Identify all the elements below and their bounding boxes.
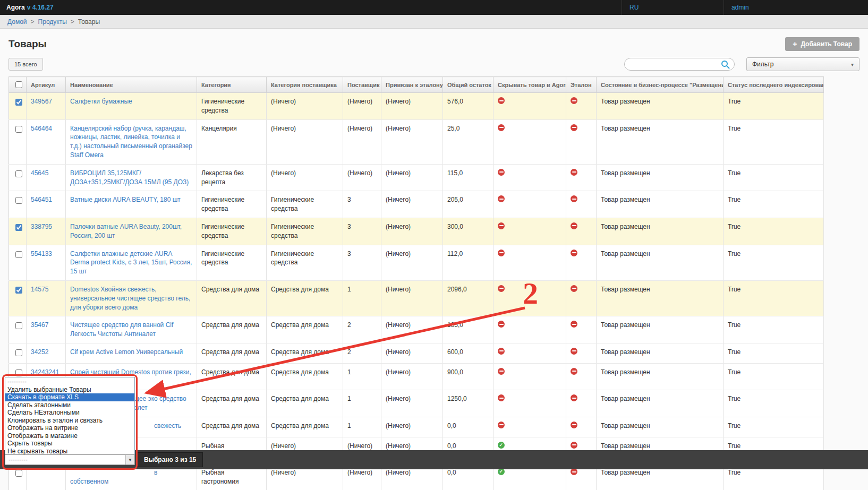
language-selector[interactable]: RU <box>622 0 724 15</box>
product-name-link[interactable]: Канцелярский набор (ручка, карандаш, нож… <box>70 125 192 159</box>
dropdown-option[interactable]: Отображать на витрине <box>5 424 134 432</box>
article-link[interactable]: 35467 <box>31 321 48 329</box>
breadcrumb-home[interactable]: Домой <box>7 18 27 25</box>
cell-total-stock: 2096,0 <box>443 280 493 316</box>
cell-supplier: 2 <box>343 316 381 343</box>
total-count-button[interactable]: 15 всего <box>8 58 43 71</box>
breadcrumb-products[interactable]: Продукты <box>38 18 67 25</box>
article-link[interactable]: 546451 <box>31 196 52 203</box>
cell-hide-in-agora <box>493 417 566 437</box>
app-logo[interactable]: Agora <box>6 4 25 11</box>
filter-dropdown[interactable]: Фильтр ▾ <box>746 57 860 71</box>
cell-supplier: 1 <box>343 390 381 417</box>
block-icon <box>571 97 577 104</box>
select-all-checkbox[interactable] <box>15 81 22 88</box>
column-header-category[interactable]: Категория <box>197 77 267 93</box>
cell-hide-in-agora <box>493 390 566 417</box>
dropdown-option[interactable]: --------- <box>5 378 134 386</box>
product-name-link[interactable]: Cif крем Active Lemon Универсальный <box>70 348 183 356</box>
dropdown-option[interactable]: Клонировать в эталон и связать <box>5 417 134 425</box>
article-link[interactable]: 349567 <box>31 98 52 105</box>
cell-name: Палочки ватные AURA Beauty, 200шт, Росси… <box>66 218 197 245</box>
product-name-link[interactable]: Domestos Хвойная свежесть, универсальное… <box>70 286 190 311</box>
row-checkbox[interactable] <box>15 322 22 329</box>
article-link[interactable]: 34252 <box>31 348 48 356</box>
product-name-link[interactable]: Ватные диски AURA BEAUTY, 180 шт <box>70 196 181 203</box>
dropdown-option[interactable]: Не скрывать товары <box>5 448 134 455</box>
column-header-name[interactable]: Наименование <box>66 77 197 93</box>
row-checkbox[interactable] <box>15 126 22 133</box>
dropdown-option[interactable]: Отображать в магазине <box>5 432 134 440</box>
user-menu[interactable]: admin <box>724 0 868 15</box>
cell-checkbox <box>9 218 27 245</box>
product-name-link[interactable]: Чистящее средство для ванной Cif Легкост… <box>70 321 173 338</box>
cell-article: 14575 <box>27 280 66 316</box>
cell-article: 35467 <box>27 316 66 343</box>
column-header-supplier[interactable]: Поставщик <box>343 77 381 93</box>
cell-linked-etalon: (Ничего) <box>381 218 443 245</box>
column-header-article[interactable]: Артикул <box>27 77 66 93</box>
cell-checkbox <box>9 343 27 363</box>
search-icon[interactable] <box>721 60 730 69</box>
column-header-index-status[interactable]: Статус последнего индексирования <box>724 77 824 93</box>
product-name-link[interactable]: Палочки ватные AURA Beauty, 200шт, Росси… <box>70 223 182 239</box>
cell-state: Товар размещен <box>597 316 724 343</box>
cell-name: Канцелярский набор (ручка, карандаш, нож… <box>66 119 197 164</box>
cell-checkbox <box>9 191 27 218</box>
search-input[interactable] <box>629 60 721 68</box>
column-header-linked-etalon[interactable]: Привязан к эталону <box>381 77 443 93</box>
column-header-total-stock[interactable]: Общий остаток <box>443 77 493 93</box>
cell-hide-in-agora <box>493 164 566 191</box>
cell-category: Средства для дома <box>197 363 267 390</box>
cell-name: Салфетки влажные детские AURA Derma prot… <box>66 245 197 280</box>
cell-supplier: (Ничего) <box>343 119 381 164</box>
article-link[interactable]: 45645 <box>31 169 48 177</box>
row-checkbox[interactable] <box>15 349 22 356</box>
row-checkbox[interactable] <box>15 470 22 477</box>
column-header-etalon[interactable]: Эталон <box>566 77 597 93</box>
article-link[interactable]: 14575 <box>31 286 48 293</box>
column-header-state[interactable]: Состояние в бизнес-процессе "Размещение" <box>597 77 724 93</box>
article-link[interactable]: 34243241 <box>31 368 59 376</box>
row-checkbox[interactable] <box>15 170 22 177</box>
cell-supplier: 3 <box>343 245 381 280</box>
product-name-link[interactable]: Салфетки бумажные <box>70 98 132 105</box>
filter-label: Фильтр <box>752 61 773 68</box>
actions-select[interactable]: --------- ▼ <box>5 454 135 465</box>
block-icon <box>498 222 505 229</box>
cell-total-stock: 185,0 <box>443 316 493 343</box>
cell-hide-in-agora <box>493 119 566 164</box>
product-name-link[interactable]: Салфетки влажные детские AURA Derma prot… <box>70 250 192 276</box>
dropdown-option[interactable]: Удалить выбранные Товары <box>5 386 134 394</box>
product-name-link[interactable]: ВИБРОЦИЛ 35,125МКГ/ДОЗА+351,25МКГ/ДОЗА 1… <box>70 169 189 186</box>
article-link[interactable]: 554133 <box>31 250 52 257</box>
dropdown-option[interactable]: Сделать эталонными <box>5 401 134 409</box>
dropdown-option[interactable]: Скачать в формате XLS <box>5 393 134 401</box>
block-icon <box>571 124 577 131</box>
article-link[interactable]: 338795 <box>31 223 52 230</box>
row-checkbox[interactable] <box>15 251 22 258</box>
toolbar: 15 всего Фильтр ▾ <box>8 57 860 71</box>
cell-index-status: True <box>724 191 824 218</box>
row-checkbox[interactable] <box>15 224 22 231</box>
row-checkbox[interactable] <box>15 287 22 294</box>
row-checkbox[interactable] <box>15 197 22 204</box>
column-header-supplier-category[interactable]: Категория поставщика <box>267 77 343 93</box>
column-header-hide-in-agora[interactable]: Скрывать товар в Agora <box>493 77 566 93</box>
add-product-button[interactable]: + Добавить Товар <box>785 37 860 51</box>
cell-name: ВИБРОЦИЛ 35,125МКГ/ДОЗА+351,25МКГ/ДОЗА 1… <box>66 164 197 191</box>
cell-checkbox <box>9 93 27 120</box>
cell-name: Ватные диски AURA BEAUTY, 180 шт <box>66 191 197 218</box>
dropdown-option[interactable]: Скрыть товары <box>5 440 134 448</box>
language-label: RU <box>629 4 639 11</box>
row-checkbox[interactable] <box>15 369 22 376</box>
cell-state: Товар размещен <box>597 343 724 363</box>
article-link[interactable]: 546464 <box>31 125 52 132</box>
product-name-link[interactable]: в собственном <box>70 468 192 486</box>
cell-category: Гигиенические средства <box>197 245 267 280</box>
dropdown-option[interactable]: Сделать НЕэталонными <box>5 409 134 417</box>
check-circle-icon <box>498 442 505 449</box>
cell-category: Средства для дома <box>197 390 267 417</box>
cell-checkbox <box>9 280 27 316</box>
row-checkbox[interactable] <box>15 99 22 106</box>
